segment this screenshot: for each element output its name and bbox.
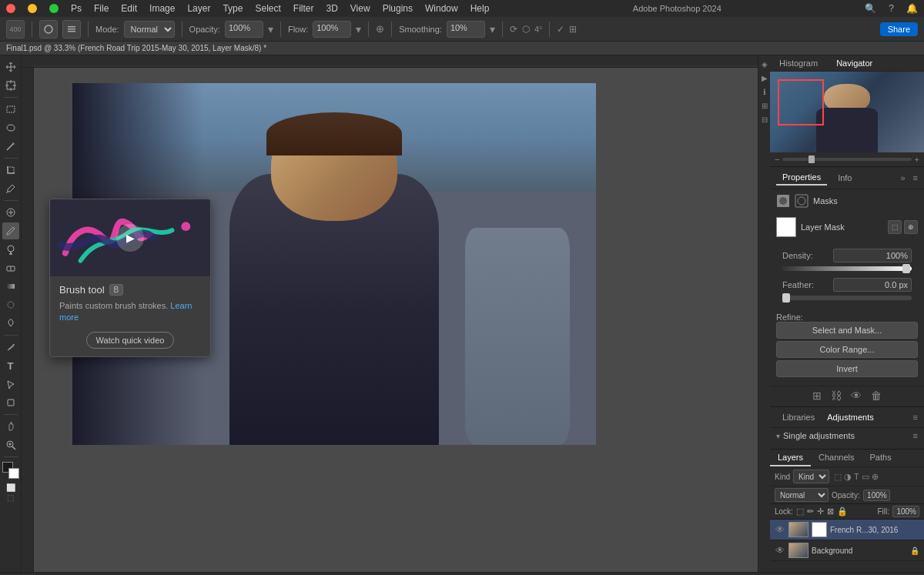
traffic-light-min[interactable] <box>28 4 37 13</box>
menu-item-3d[interactable]: 3D <box>326 3 337 14</box>
smoothing-arrow[interactable]: ▾ <box>490 23 495 35</box>
mask-delete-btn[interactable]: 🗑 <box>871 389 882 402</box>
clone-stamp-tool[interactable] <box>2 241 19 258</box>
adjustments-tab[interactable]: Adjustments <box>821 410 880 424</box>
histogram-tab[interactable]: Histogram <box>770 55 827 71</box>
share-button[interactable]: Share <box>880 22 918 36</box>
notifications-icon[interactable]: 🔔 <box>906 3 918 14</box>
adj-menu-btn[interactable]: ≡ <box>913 413 918 422</box>
mode-select[interactable]: Normal <box>124 21 175 38</box>
menu-item-image[interactable]: Image <box>149 3 175 14</box>
lock-position-btn[interactable]: ✛ <box>817 506 824 516</box>
fill-value[interactable]: 100% <box>892 506 919 517</box>
layer-row-0[interactable]: 👁 French R...30, 2016 <box>770 520 924 540</box>
zoom-out-icon[interactable]: − <box>775 155 779 164</box>
lock-pixel-btn[interactable]: ✏ <box>807 506 814 516</box>
shape-tool[interactable] <box>2 394 19 411</box>
mask-btn-2[interactable]: ⊕ <box>904 220 918 234</box>
traffic-light-max[interactable] <box>49 4 59 13</box>
menu-item-file[interactable]: File <box>94 3 109 14</box>
healing-tool[interactable] <box>2 204 19 221</box>
foreground-background-colors[interactable] <box>2 462 19 479</box>
eyedropper-tool[interactable] <box>2 180 19 197</box>
opacity-value[interactable]: 100% <box>225 21 263 38</box>
magic-wand-tool[interactable] <box>2 138 19 155</box>
feather-slider[interactable] <box>782 296 912 300</box>
navigator-tab[interactable]: Navigator <box>827 55 882 71</box>
filter-shape-icon[interactable]: ▭ <box>862 472 869 482</box>
right-icon-1[interactable]: ◈ <box>759 59 770 69</box>
background-color[interactable] <box>8 468 19 479</box>
crop-tool[interactable] <box>2 162 19 179</box>
brush-size-btn[interactable]: 400 <box>6 20 25 38</box>
hand-tool[interactable] <box>2 418 19 435</box>
info-tab[interactable]: Info <box>832 171 858 185</box>
path-select-tool[interactable] <box>2 376 19 393</box>
brush-tool[interactable] <box>2 222 19 239</box>
menu-item-help[interactable]: Help <box>470 3 490 14</box>
menu-item-plugins[interactable]: Plugins <box>383 3 413 14</box>
paths-tab[interactable]: Paths <box>862 450 899 466</box>
right-icon-3[interactable]: ℹ <box>759 86 770 97</box>
airbrush-icon[interactable]: ⊕ <box>376 23 384 35</box>
symmetry-icon[interactable]: ⬡ <box>522 24 530 35</box>
learn-more-link[interactable]: Learn more <box>59 301 192 322</box>
right-icon-5[interactable]: ⊟ <box>759 114 770 125</box>
channels-tab[interactable]: Channels <box>811 450 862 466</box>
filter-pixel-icon[interactable]: ⬚ <box>834 472 842 482</box>
menu-item-filter[interactable]: Filter <box>293 3 314 14</box>
adj-section-menu[interactable]: ≡ <box>913 431 918 440</box>
kind-select[interactable]: Kind <box>793 470 829 483</box>
panel-menu-btn[interactable]: ≡ <box>913 173 918 182</box>
menu-item-layer[interactable]: Layer <box>187 3 210 14</box>
zoom-slider[interactable] <box>782 158 911 161</box>
lock-transparent-btn[interactable]: ⬚ <box>796 506 804 516</box>
screen-mode-btn[interactable]: ⬚ <box>7 493 14 502</box>
brush-angle-icon[interactable]: ⟳ <box>510 24 517 35</box>
type-tool[interactable]: T <box>2 357 19 374</box>
feather-value[interactable]: 0.0 px <box>833 278 912 292</box>
lock-artboard-btn[interactable]: ⊠ <box>827 506 834 516</box>
play-button[interactable]: ▶ <box>116 224 144 252</box>
flow-value[interactable]: 100% <box>313 21 351 38</box>
file-tab[interactable]: Final1.psd @ 33.3% (French Road Trip 201… <box>6 44 266 52</box>
zoom-in-icon[interactable]: + <box>915 155 919 164</box>
sample-icon[interactable]: ✓ <box>557 24 564 35</box>
density-slider[interactable] <box>782 266 912 271</box>
watch-video-button[interactable]: Watch quick video <box>86 332 175 349</box>
layer-row-1[interactable]: 👁 Background 🔒 <box>770 540 924 561</box>
mask-view-btn[interactable]: 👁 <box>851 389 862 402</box>
layer-1-visibility[interactable]: 👁 <box>775 545 785 556</box>
layer-mask-thumbnail[interactable] <box>776 217 796 237</box>
filter-type-icon[interactable]: T <box>854 472 859 482</box>
flow-arrow[interactable]: ▾ <box>356 23 361 35</box>
marquee-tool[interactable] <box>2 101 19 118</box>
brush-settings-btn[interactable] <box>62 20 81 38</box>
panel-expand-btn[interactable]: » <box>900 173 905 182</box>
filter-smart-icon[interactable]: ⊕ <box>872 472 879 482</box>
mask-pixel-btn[interactable]: ⊞ <box>812 389 822 402</box>
select-mask-button[interactable]: Select and Mask... <box>776 322 918 339</box>
menu-item-edit[interactable]: Edit <box>121 3 137 14</box>
color-range-button[interactable]: Color Range... <box>776 341 918 358</box>
move-tool[interactable] <box>2 59 19 75</box>
dodge-tool[interactable] <box>2 315 19 332</box>
menu-item-type[interactable]: Type <box>223 3 243 14</box>
smoothing-value[interactable]: 10% <box>447 21 485 38</box>
right-icon-2[interactable]: ▶ <box>759 72 770 83</box>
right-icon-4[interactable]: ⊞ <box>759 100 770 111</box>
menu-item-view[interactable]: View <box>350 3 370 14</box>
properties-tab[interactable]: Properties <box>776 170 827 186</box>
pressure-icon[interactable]: 4° <box>534 25 543 34</box>
layer-0-visibility[interactable]: 👁 <box>775 524 785 535</box>
filter-adj-icon[interactable]: ◑ <box>844 472 852 482</box>
menu-item-window[interactable]: Window <box>425 3 458 14</box>
invert-mask-button[interactable]: Invert <box>776 360 918 377</box>
mask-unlink-btn[interactable]: ⛓ <box>831 389 842 402</box>
blend-mode-select[interactable]: Normal <box>775 488 829 502</box>
eraser-tool[interactable] <box>2 259 19 276</box>
pen-tool[interactable] <box>2 339 19 356</box>
extra-icon[interactable]: ⊞ <box>569 24 577 35</box>
gradient-tool[interactable] <box>2 278 19 295</box>
traffic-light-close[interactable] <box>6 4 15 13</box>
